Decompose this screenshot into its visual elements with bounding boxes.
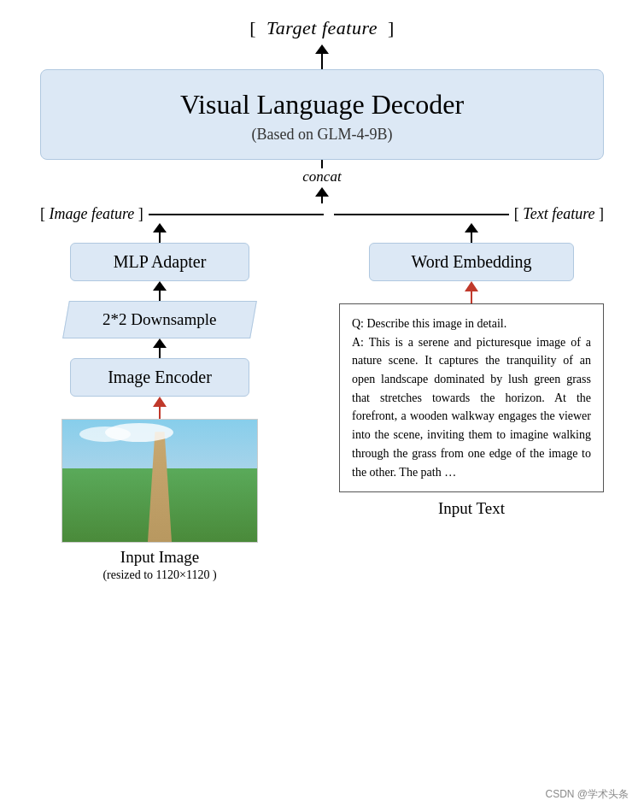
h-line-left xyxy=(149,214,324,215)
arrow-shaft-image-red xyxy=(159,407,161,419)
arrow-shaft xyxy=(321,54,323,69)
arrow-head-word-embed xyxy=(465,223,478,232)
input-image xyxy=(61,419,258,543)
decoder-title: Visual Language Decoder xyxy=(58,89,586,121)
arrow-text-red xyxy=(465,281,478,303)
text-content-box: Q: Describe this image in detail. A: Thi… xyxy=(339,303,604,492)
target-feature-label: [ Target feature ] xyxy=(249,17,395,39)
mlp-adapter-box: MLP Adapter xyxy=(70,243,249,281)
input-image-label: Input Image xyxy=(120,548,199,567)
arrow-head-mlp xyxy=(153,223,167,232)
two-col-layout: MLP Adapter 2*2 Downsample Image Encoder xyxy=(40,223,604,582)
decoder-subtitle: (Based on GLM-4-9B) xyxy=(58,126,586,144)
arrow-shaft-text-red xyxy=(471,291,472,303)
right-column: Word Embedding Q: Describe this image in… xyxy=(339,223,604,518)
arrow-shaft-word-embed xyxy=(471,232,472,243)
arrow-mlp xyxy=(153,223,167,243)
arrow-encoder xyxy=(153,338,167,358)
h-line-right xyxy=(334,214,509,215)
arrow-head-concat xyxy=(315,187,329,197)
arrow-shaft-encoder xyxy=(159,348,161,358)
arrow-head-image-red xyxy=(153,397,167,407)
arrow-shaft-mlp xyxy=(159,232,161,243)
arrow-image-red xyxy=(153,397,167,419)
arrow-head-downsample xyxy=(153,281,167,291)
diagram-container: [ Target feature ] Visual Language Decod… xyxy=(0,0,644,812)
arrow-shaft-concat2 xyxy=(321,197,323,203)
image-clouds2 xyxy=(105,423,173,442)
concat-section: concat xyxy=(302,160,341,203)
input-image-sub: (resized to 1120×1120 ) xyxy=(102,568,216,582)
arrow-downsample xyxy=(153,281,167,301)
arrow-shaft-downsample xyxy=(159,291,161,301)
arrow-concat2 xyxy=(315,187,329,203)
arrow-target-feature xyxy=(315,44,329,69)
word-embedding-box: Word Embedding xyxy=(369,243,574,281)
image-feature-label: [ Image feature ] xyxy=(40,205,143,223)
downsample-box: 2*2 Downsample xyxy=(62,301,257,338)
left-column: MLP Adapter 2*2 Downsample Image Encoder xyxy=(40,223,279,582)
bracket-left: [ xyxy=(249,17,266,38)
arrow-head xyxy=(315,44,329,54)
arrow-shaft-concat xyxy=(321,160,323,168)
arrow-head-text-red xyxy=(465,281,478,291)
arrow-head-encoder xyxy=(153,338,167,348)
input-text-label: Input Text xyxy=(438,499,505,518)
arrow-word-embed xyxy=(465,223,478,243)
decoder-box: Visual Language Decoder (Based on GLM-4-… xyxy=(40,69,604,160)
concat-label: concat xyxy=(302,168,341,185)
bracket-right: ] xyxy=(378,17,395,38)
arrow-concat xyxy=(321,160,323,168)
watermark: CSDN @学术头条 xyxy=(545,787,629,802)
text-feature-label: [ Text feature ] xyxy=(514,205,604,223)
image-encoder-box: Image Encoder xyxy=(70,358,249,397)
features-row: [ Image feature ] [ Text feature ] xyxy=(40,205,604,223)
